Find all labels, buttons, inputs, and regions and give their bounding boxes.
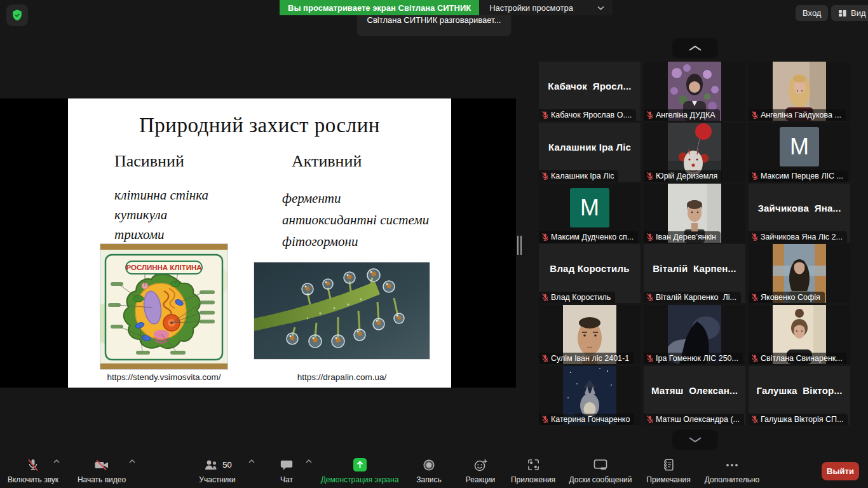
participant-name-tag: Матяш Олександра (... (644, 414, 744, 425)
gallery-view-icon (838, 9, 847, 18)
chevron-down-icon (688, 437, 702, 443)
meeting-toolbar: Включить звук Начать видео 50 Участники … (0, 452, 868, 488)
more-button[interactable]: Дополнительно (703, 457, 761, 484)
participant-tile[interactable]: Калашник Іра Ліс Калашник Іра Ліс (539, 123, 641, 182)
participants-options-chevron[interactable] (248, 459, 255, 464)
participant-tile[interactable]: Кабачок Яросл... Кабачок Ярослав О.... (539, 62, 641, 121)
participant-name-tag: Влад Коростиль (539, 292, 615, 303)
apps-button[interactable]: Приложения (505, 457, 561, 484)
mic-muted-icon (646, 111, 654, 119)
notes-button[interactable]: Примечания (640, 457, 697, 484)
panel-resize-handle[interactable] (517, 236, 522, 255)
participant-display-name: Галушка Віктор... (749, 366, 850, 415)
slide-left-heading: Пасивний (114, 152, 184, 171)
view-button-label: Вид (851, 8, 866, 18)
slide-left-item: клітинна стінка (114, 187, 208, 203)
view-settings-dropdown[interactable]: Настройки просмотра (479, 0, 613, 15)
slide-left-item: трихоми (114, 227, 165, 243)
participant-name-tag: Зайчикова Яна Ліс 2... (749, 231, 847, 243)
slide-right-url: https://drapalin.com.ua/ (254, 372, 430, 382)
participants-icon (203, 458, 219, 472)
login-button[interactable]: Вход (796, 5, 828, 21)
chat-label: Чат (280, 475, 293, 484)
slide-title: Природний захист рослин (68, 114, 451, 137)
participant-tile[interactable]: Ангеліна Гайдукова ... (749, 62, 850, 121)
video-options-chevron[interactable] (128, 459, 136, 464)
security-shield-button[interactable] (6, 4, 28, 26)
chat-options-chevron[interactable] (305, 459, 313, 464)
mic-muted-icon (646, 415, 654, 424)
banner-text: Вы просматриваете экран Світлана СИТНИК (288, 3, 471, 13)
participant-tile[interactable]: Юрій Дериземля (644, 123, 745, 182)
chevron-up-icon (688, 45, 702, 51)
whiteboards-label: Доски сообщений (569, 475, 632, 484)
participant-tile[interactable]: M Максим Дудченко сп... (539, 184, 641, 243)
notes-label: Примечания (646, 475, 690, 484)
participant-name-tag: Калашник Іра Ліс (539, 170, 618, 182)
cell-diagram-title: РОСЛИННА КЛІТИНА (126, 264, 201, 271)
whiteboards-button[interactable]: Доски сообщений (565, 457, 636, 484)
slide-left-url: https://stendy.vsimosvita.com/ (100, 372, 228, 382)
participant-tile[interactable]: Матяш Олексан... Матяш Олександра (... (644, 366, 745, 425)
record-label: Запись (416, 475, 441, 484)
participant-name-tag: Сулім Іван ліс 2401-1 (539, 353, 634, 364)
view-button[interactable]: Вид (831, 5, 868, 21)
participants-button[interactable]: 50 Участники (182, 457, 252, 484)
chat-button[interactable]: Чат (269, 457, 304, 484)
mic-muted-icon (646, 354, 654, 363)
participant-tile[interactable]: Галушка Віктор... Галушка Вікторія СП... (749, 366, 850, 425)
record-button[interactable]: Запись (407, 457, 451, 484)
participant-tile[interactable]: Яковенко Софія (749, 244, 850, 303)
participant-display-name: Влад Коростиль (539, 244, 641, 293)
participant-name-tag: Юрій Дериземля (644, 170, 722, 182)
slide-right-item: ферменти (282, 191, 341, 207)
participant-name-tag: Яковенко Софія (749, 292, 825, 303)
screen-share-button[interactable]: Демонстрация экрана (315, 457, 404, 484)
participant-tile[interactable]: Віталій Карпен... Віталій Карпенко Лі... (644, 244, 745, 303)
participant-display-name: Калашник Іра Ліс (539, 123, 641, 172)
leave-meeting-button[interactable]: Выйти (822, 462, 859, 480)
zoom-meeting-window: { "top_bar": { "banner": "Вы просматрива… (0, 0, 868, 488)
participant-name-tag: Світлана Свинаренк... (749, 353, 847, 364)
participant-name-tag: Катерина Гончаренко (539, 414, 634, 425)
trichome-photo-image (254, 262, 430, 360)
mic-muted-icon (750, 293, 759, 302)
participant-tile[interactable]: Сулім Іван ліс 2401-1 (539, 305, 641, 364)
participant-tile[interactable]: Зайчикова Яна... Зайчикова Яна Ліс 2... (749, 184, 850, 243)
presentation-slide: Природний захист рослин Пасивний Активни… (68, 98, 451, 388)
participant-tile[interactable]: Влад Коростиль Влад Коростиль (539, 244, 641, 303)
mic-muted-icon (750, 111, 759, 119)
reactions-label: Реакции (466, 475, 495, 484)
camera-off-icon (93, 458, 110, 473)
reactions-smiley-icon (473, 458, 488, 473)
mic-options-chevron[interactable] (53, 459, 60, 464)
participant-tile[interactable]: M Максим Перцев ЛІС ... (749, 123, 850, 182)
start-video-button[interactable]: Начать видео (70, 457, 133, 484)
mic-muted-icon (750, 415, 759, 424)
screen-share-banner-strip: Вы просматриваете экран Світлана СИТНИК … (280, 0, 613, 15)
screen-share-icon (353, 458, 367, 472)
mic-muted-icon (541, 415, 550, 424)
slide-right-item: фітогормони (282, 234, 358, 250)
participant-tile[interactable]: Катерина Гончаренко (539, 366, 641, 425)
mic-muted-icon (541, 111, 550, 119)
screen-share-label: Демонстрация экрана (321, 475, 399, 484)
participant-tile[interactable]: Ангеліна ДУДКА (644, 62, 745, 121)
participant-name-tag: Галушка Вікторія СП... (749, 414, 848, 425)
participant-tile[interactable]: Іра Гоменюк ЛІС 250... (644, 305, 745, 364)
slide-left-item: кутикула (114, 207, 167, 223)
start-video-label: Начать видео (78, 475, 126, 484)
viewing-screen-banner: Вы просматриваете экран Світлана СИТНИК (280, 0, 479, 15)
chat-bubble-icon (280, 458, 294, 472)
participant-tile[interactable]: Світлана Свинаренк... (749, 305, 850, 364)
reactions-button[interactable]: Реакции (456, 457, 505, 484)
participant-tile[interactable]: Іван Деревʼянкін (644, 184, 745, 243)
mic-muted-icon (646, 293, 654, 302)
participant-letter-avatar: M (780, 127, 819, 166)
collapse-participants-button[interactable] (672, 38, 718, 58)
apps-label: Приложения (511, 475, 555, 484)
record-icon (422, 458, 436, 472)
participants-count: 50 (222, 460, 231, 470)
expand-participants-button[interactable] (672, 430, 718, 450)
participant-name-tag: Ангеліна ДУДКА (644, 109, 720, 121)
